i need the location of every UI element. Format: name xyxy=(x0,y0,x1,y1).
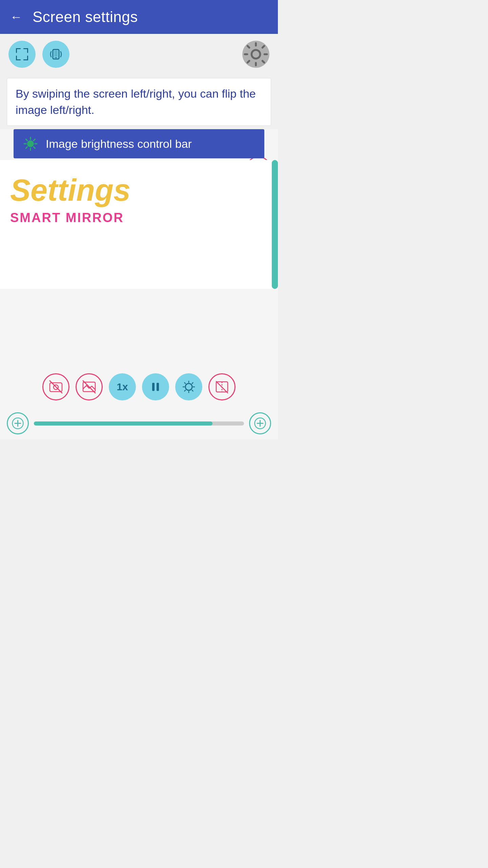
progress-row xyxy=(0,407,278,439)
camera-off-icon xyxy=(48,379,63,394)
svg-point-15 xyxy=(27,140,34,147)
toolbar xyxy=(0,34,278,75)
brightness-bar[interactable]: Image brightness control bar xyxy=(14,129,264,158)
svg-point-11 xyxy=(251,50,260,58)
zoom-label: 1x xyxy=(117,381,128,393)
bottom-icon-bar: 1x xyxy=(0,367,278,407)
settings-gear-button[interactable] xyxy=(242,41,269,68)
camera-off-button[interactable] xyxy=(42,373,69,400)
brightness-area: Image brightness control bar xyxy=(7,129,271,158)
fullscreen-icon xyxy=(15,47,29,62)
main-content: Image brightness control bar Settings SM… xyxy=(0,129,278,367)
split-view-icon xyxy=(215,380,229,394)
pause-icon xyxy=(149,381,162,393)
image-off-icon xyxy=(82,379,97,394)
rotation-lock-icon xyxy=(48,47,63,62)
svg-rect-10 xyxy=(55,57,57,58)
svg-rect-9 xyxy=(54,51,58,57)
gear-icon xyxy=(242,41,269,68)
zoom-1x-button[interactable]: 1x xyxy=(109,373,136,400)
brightness-icon xyxy=(22,135,39,152)
info-box: By swiping the screen left/right, you ca… xyxy=(7,78,271,126)
plus-right-icon xyxy=(254,417,266,429)
svg-rect-5 xyxy=(16,56,17,60)
svg-rect-7 xyxy=(27,56,28,60)
svg-rect-22 xyxy=(157,383,159,391)
progress-fill xyxy=(34,421,212,426)
settings-title: Settings xyxy=(10,174,268,207)
svg-rect-21 xyxy=(152,383,155,391)
scroll-track[interactable] xyxy=(272,160,278,289)
increase-button[interactable] xyxy=(249,412,271,434)
progress-track[interactable] xyxy=(34,421,244,426)
header: ← Screen settings xyxy=(0,0,278,34)
brightness-label: Image brightness control bar xyxy=(46,137,192,151)
image-off-button[interactable] xyxy=(76,373,103,400)
decrease-button[interactable] xyxy=(7,412,29,434)
pause-button[interactable] xyxy=(142,373,169,400)
svg-rect-1 xyxy=(16,48,17,53)
settings-preview-container: Settings SMART MIRROR xyxy=(0,160,278,289)
brightness-circle-button[interactable] xyxy=(175,373,202,400)
scroll-thumb[interactable] xyxy=(272,160,278,289)
smart-mirror-label: SMART MIRROR xyxy=(10,211,268,225)
split-view-button[interactable] xyxy=(208,373,236,400)
info-text: By swiping the screen left/right, you ca… xyxy=(16,87,256,116)
svg-point-23 xyxy=(185,383,192,390)
fullscreen-button[interactable] xyxy=(8,41,36,68)
rotation-lock-button[interactable] xyxy=(42,41,69,68)
back-button[interactable]: ← xyxy=(10,10,22,24)
svg-rect-3 xyxy=(27,48,28,53)
settings-preview: Settings SMART MIRROR xyxy=(0,160,278,289)
svg-line-26 xyxy=(216,381,228,393)
page-title: Screen settings xyxy=(33,8,138,25)
brightness-circle-icon xyxy=(182,380,196,394)
plus-left-icon xyxy=(12,417,24,429)
